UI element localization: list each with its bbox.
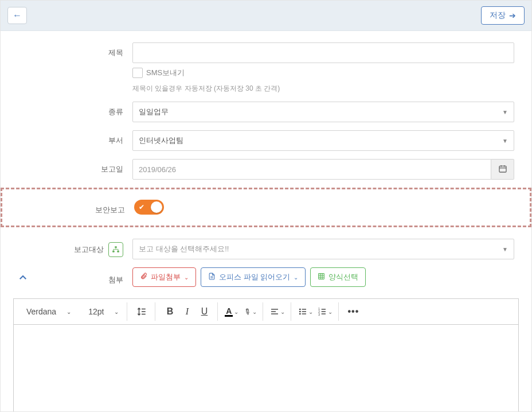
row-type: 종류 일일업무 ▼ [18, 102, 514, 122]
svg-rect-6 [117, 251, 119, 252]
row-target: 보고대상 보고 대상을 선택해주세요!! ▼ [18, 239, 514, 259]
org-chart-button[interactable] [108, 242, 123, 257]
chevron-down-icon: ⌄ [308, 309, 313, 315]
svg-rect-25 [302, 311, 306, 312]
chevron-down-icon: ▼ [502, 138, 508, 144]
align-button[interactable]: ⌄ [269, 307, 286, 316]
bullet-list-icon [298, 307, 307, 316]
chevron-down-icon: ⌄ [184, 274, 189, 281]
dept-select-value: 인터넷사업팀 [139, 135, 183, 146]
table-icon [318, 273, 325, 282]
document-icon [208, 273, 216, 282]
chevron-up-icon [18, 273, 28, 285]
chevron-down-icon: ⌄ [294, 274, 298, 281]
chevron-down-icon: ▼ [502, 246, 508, 252]
calendar-icon [498, 164, 507, 175]
label-report-date: 보고일 [18, 159, 132, 174]
font-size-select[interactable]: 12pt ⌄ [85, 305, 122, 318]
target-select[interactable]: 보고 대상을 선택해주세요!! ▼ [132, 239, 514, 259]
sms-checkbox[interactable] [132, 68, 143, 78]
editor-content[interactable] [13, 325, 519, 411]
type-select-value: 일일업무 [139, 107, 169, 117]
italic-icon: I [186, 306, 189, 317]
svg-rect-24 [302, 309, 306, 309]
label-attach: 첨부 [36, 270, 132, 285]
font-family-select[interactable]: Verdana ⌄ [23, 305, 75, 318]
more-button[interactable]: ••• [345, 303, 362, 320]
svg-point-23 [299, 313, 301, 315]
italic-button[interactable]: I [178, 303, 195, 320]
chevron-down-icon: ⌄ [66, 309, 71, 315]
font-color-button[interactable]: A ⌄ [224, 307, 240, 317]
save-button[interactable]: 저장 ➔ [481, 6, 525, 25]
save-button-label: 저장 [490, 10, 506, 21]
check-icon: ✔ [139, 203, 144, 211]
underline-button[interactable]: U [195, 303, 213, 320]
form-area: 제목 SMS보내기 제목이 있을경우 자동저장 (자동저장 30 초 간격) 종… [1, 31, 531, 411]
paperclip-icon [140, 273, 147, 282]
numbered-list-icon: 123 [318, 307, 327, 316]
svg-point-22 [299, 311, 301, 313]
font-size-value: 12pt [88, 307, 104, 316]
template-select-label: 양식선택 [328, 272, 358, 282]
line-height-icon [136, 306, 147, 317]
underline-icon: U [201, 306, 208, 317]
title-input[interactable] [132, 42, 514, 63]
line-height-button[interactable] [133, 303, 150, 320]
label-security: 보안보고 [19, 200, 134, 215]
label-dept: 부서 [18, 130, 132, 146]
sms-checkbox-label: SMS보내기 [146, 68, 185, 78]
arrow-right-icon: ➔ [509, 11, 516, 20]
svg-rect-4 [115, 246, 117, 248]
bold-icon: B [167, 306, 174, 317]
toggle-knob [151, 201, 162, 213]
report-date-input[interactable] [132, 159, 491, 180]
svg-rect-5 [112, 251, 115, 252]
dept-select[interactable]: 인터넷사업팀 ▼ [132, 130, 514, 151]
chevron-down-icon: ⌄ [280, 309, 285, 315]
collapse-toggle[interactable] [18, 269, 36, 286]
template-select-button[interactable]: 양식선택 [310, 267, 366, 287]
file-attach-label: 파일첨부 [151, 272, 181, 282]
calendar-button[interactable] [491, 159, 514, 180]
more-horizontal-icon: ••• [348, 306, 359, 317]
font-family-value: Verdana [26, 307, 56, 316]
bold-button[interactable]: B [161, 303, 178, 320]
row-report-date: 보고일 [18, 159, 514, 180]
row-security: 보안보고 ✔ [1, 188, 531, 227]
office-import-label: 오피스 파일 읽어오기 [219, 272, 290, 282]
autosave-hint: 제목이 있을경우 자동저장 (자동저장 30 초 간격) [132, 84, 514, 94]
svg-rect-0 [499, 166, 506, 172]
top-toolbar: ← 저장 ➔ [1, 1, 531, 31]
file-attach-button[interactable]: 파일첨부 ⌄ [132, 267, 196, 287]
type-select[interactable]: 일일업무 ▼ [132, 102, 514, 122]
row-dept: 부서 인터넷사업팀 ▼ [18, 130, 514, 151]
svg-point-21 [299, 309, 301, 310]
svg-rect-9 [319, 274, 324, 279]
label-target: 보고대상 [74, 244, 104, 255]
chevron-down-icon: ⌄ [234, 309, 238, 315]
chevron-down-icon: ▼ [502, 109, 508, 115]
bullet-list-button[interactable]: ⌄ [297, 307, 314, 316]
security-toggle[interactable]: ✔ [134, 200, 164, 215]
label-type: 종류 [18, 102, 132, 117]
font-color-icon: A [225, 307, 233, 317]
align-left-icon [270, 307, 279, 316]
row-attach: 첨부 파일첨부 ⌄ 오피스 파일 읽어오기 ⌄ [18, 267, 514, 287]
editor-toolbar: Verdana ⌄ 12pt ⌄ B I U [13, 298, 519, 325]
label-title: 제목 [18, 42, 132, 58]
office-import-button[interactable]: 오피스 파일 읽어오기 ⌄ [201, 267, 306, 287]
target-select-placeholder: 보고 대상을 선택해주세요!! [139, 244, 229, 254]
chevron-down-icon: ⌄ [114, 309, 119, 315]
row-title: 제목 SMS보내기 제목이 있을경우 자동저장 (자동저장 30 초 간격) [18, 42, 514, 94]
svg-text:3: 3 [319, 313, 320, 316]
highlight-icon: ✎ [242, 306, 253, 317]
chevron-down-icon: ⌄ [328, 309, 332, 315]
highlight-color-button[interactable]: ✎ ⌄ [243, 307, 258, 316]
svg-rect-26 [302, 313, 306, 314]
org-chart-icon [112, 246, 120, 254]
arrow-left-icon: ← [13, 10, 22, 21]
numbered-list-button[interactable]: 123 ⌄ [316, 307, 334, 316]
back-button[interactable]: ← [7, 7, 27, 24]
